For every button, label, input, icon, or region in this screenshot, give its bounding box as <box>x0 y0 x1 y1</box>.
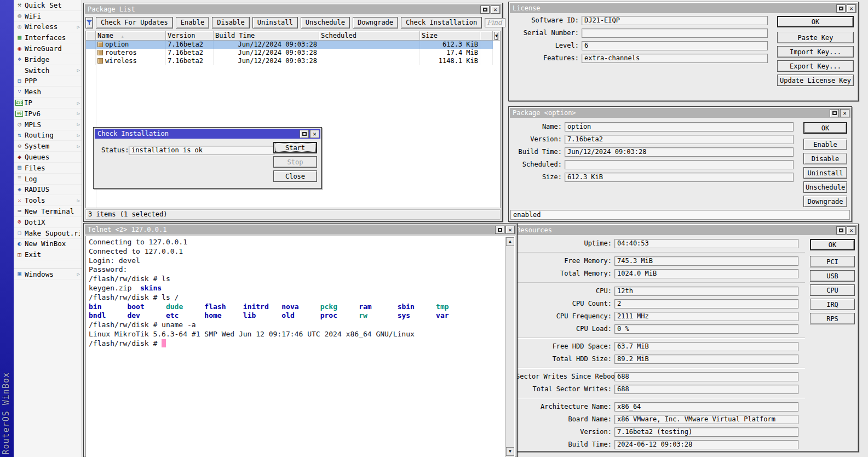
column-header-scheduled[interactable]: Scheduled <box>319 31 420 40</box>
start-button[interactable]: Start <box>273 142 317 153</box>
table-row-option[interactable]: option7.16beta2Jun/12/2024 09:03:28612.3… <box>86 41 493 49</box>
filter-button[interactable] <box>85 17 93 28</box>
sidebar-item-make-supout-rif[interactable]: ❏Make Supout.rif <box>14 228 82 239</box>
close-button[interactable]: ✕ <box>505 226 515 234</box>
sidebar-item-ip[interactable]: 255IP▷ <box>14 98 82 108</box>
sidebar-item-exit[interactable]: ◫Exit <box>14 249 82 260</box>
sidebar-item-radius[interactable]: ◈RADIUS <box>14 185 82 196</box>
unschedule-button[interactable]: Unschedule <box>803 181 847 193</box>
downgrade-button[interactable]: Downgrade <box>803 196 847 207</box>
sidebar-item-system[interactable]: ⚙System▷ <box>14 141 82 152</box>
uninstall-button[interactable]: Uninstall <box>803 167 847 179</box>
telnet-scrollbar[interactable]: ▲ ▼ <box>505 237 514 457</box>
close-button[interactable]: ✕ <box>310 130 319 138</box>
maximize-button[interactable] <box>480 5 490 14</box>
maximize-button[interactable] <box>836 4 846 13</box>
sector-writes-since-reboot-field[interactable]: 688 <box>614 372 798 381</box>
free-memory-field[interactable]: 745.3 MiB <box>614 256 798 266</box>
import-key-button[interactable]: Import Key... <box>777 46 854 58</box>
disable-button[interactable]: Disable <box>803 153 847 164</box>
board-name-field[interactable]: x86 VMware, Inc. VMware Virtual Platform <box>614 415 798 424</box>
uptime-field[interactable]: 04:40:53 <box>614 239 798 248</box>
scroll-down-icon[interactable]: ▼ <box>506 447 514 456</box>
version-field[interactable]: 7.16beta2 (testing) <box>614 427 798 437</box>
enable-button[interactable]: Enable <box>176 17 209 28</box>
sidebar-item-tools[interactable]: ⚔Tools▷ <box>14 195 82 206</box>
uninstall-button[interactable]: Uninstall <box>252 17 298 28</box>
total-sector-writes-field[interactable]: 688 <box>614 385 798 394</box>
total-hdd-size-field[interactable]: 89.2 MiB <box>614 355 798 364</box>
cpu-field[interactable]: 12th <box>614 287 798 296</box>
software-id-field[interactable]: DJ21-EIQP <box>582 16 768 25</box>
sidebar-item-new-winbox[interactable]: ◐New WinBox <box>14 239 82 250</box>
irq-button[interactable]: IRQ <box>810 299 855 310</box>
cpu-button[interactable]: CPU <box>810 284 855 296</box>
sidebar-item-mpls[interactable]: ◔MPLS▷ <box>14 119 82 130</box>
version-field[interactable]: 7.16beta2 <box>565 135 794 144</box>
close-button[interactable]: ✕ <box>840 109 849 117</box>
level-field[interactable]: 6 <box>582 41 768 50</box>
close-button[interactable]: ✕ <box>847 4 856 13</box>
sidebar-item-log[interactable]: ≣Log <box>14 174 82 185</box>
unschedule-button[interactable]: Unschedule <box>301 17 350 28</box>
column-header-name[interactable]: Name▵ <box>96 31 166 40</box>
table-row-routeros[interactable]: routeros7.16beta2Jun/12/2024 09:03:2817.… <box>86 49 493 57</box>
sidebar-item-wifi[interactable]: ◍WiFi <box>14 11 82 22</box>
build-time-field[interactable]: Jun/12/2024 09:03:28 <box>565 147 794 157</box>
sidebar-item-switch[interactable]: Switch▷ <box>14 65 82 76</box>
package-option-titlebar[interactable]: Package <option> ✕ <box>510 108 850 118</box>
package-list-titlebar[interactable]: Package List ✕ <box>85 4 501 14</box>
sidebar-item-quick-set[interactable]: ⚒Quick Set <box>14 0 82 11</box>
update-license-key-button[interactable]: Update License Key <box>777 75 854 86</box>
sidebar-item-files[interactable]: ▤Files <box>14 163 82 174</box>
stop-button[interactable]: Stop <box>273 156 317 168</box>
ok-button[interactable]: OK <box>810 239 855 250</box>
sidebar-item-new-terminal[interactable]: ⌨New Terminal <box>14 206 82 217</box>
sidebar-item-ppp[interactable]: ⊟PPP <box>14 76 82 87</box>
cpu-frequency-field[interactable]: 2111 MHz <box>614 312 798 321</box>
maximize-button[interactable] <box>495 226 504 234</box>
sidebar-item-mesh[interactable]: ∵Mesh <box>14 87 82 98</box>
column-header-version[interactable]: Version <box>166 31 214 40</box>
disable-button[interactable]: Disable <box>212 17 250 28</box>
close-button[interactable]: ✕ <box>847 226 856 235</box>
column-header-build-time[interactable]: Build Time <box>214 31 319 40</box>
find-input[interactable] <box>485 18 505 27</box>
total-memory-field[interactable]: 1024.0 MiB <box>614 269 798 278</box>
rps-button[interactable]: RPS <box>810 313 855 324</box>
check-for-updates-button[interactable]: Check For Updates <box>96 17 173 28</box>
sidebar-item-queues[interactable]: ◆Queues <box>14 152 82 163</box>
scroll-up-icon[interactable]: ▲ <box>506 237 514 246</box>
size-field[interactable]: 612.3 KiB <box>565 173 794 182</box>
close-button[interactable]: ✕ <box>491 5 500 14</box>
column-menu-button[interactable]: ▼ <box>495 32 498 40</box>
resources-titlebar[interactable]: Resources ✕ <box>514 225 857 235</box>
check-installation-titlebar[interactable]: Check Installation ✕ <box>95 129 320 139</box>
name-field[interactable]: option <box>565 122 794 132</box>
maximize-button[interactable] <box>300 130 309 138</box>
pci-button[interactable]: PCI <box>810 256 855 267</box>
sidebar-item-wireguard[interactable]: ◉WireGuard <box>14 43 82 54</box>
license-titlebar[interactable]: License ✕ <box>510 3 857 13</box>
enable-button[interactable]: Enable <box>803 139 847 150</box>
usb-button[interactable]: USB <box>810 270 855 282</box>
cpu-load-field[interactable]: 0 % <box>614 324 798 334</box>
sidebar-item-dot1x[interactable]: ⊗Dot1X <box>14 217 82 228</box>
maximize-button[interactable] <box>836 226 846 235</box>
serial-number-field[interactable] <box>582 28 768 38</box>
sidebar-item-interfaces[interactable]: ▦Interfaces <box>14 32 82 43</box>
sidebar-item-routing[interactable]: ⇅Routing▷ <box>14 130 82 141</box>
table-row-wireless[interactable]: wireless7.16beta2Jun/12/2024 09:03:28114… <box>86 57 493 65</box>
telnet-titlebar[interactable]: Telnet <2> 127.0.0.1 ✕ <box>85 225 516 235</box>
cpu-count-field[interactable]: 2 <box>614 299 798 309</box>
free-hdd-space-field[interactable]: 63.7 MiB <box>614 342 798 351</box>
sidebar-item-windows[interactable]: ▣Windows▷ <box>14 269 82 279</box>
architecture-name-field[interactable]: x86_64 <box>614 402 798 412</box>
sidebar-item-bridge[interactable]: ❖Bridge <box>14 54 82 65</box>
terminal-output[interactable]: Connecting to 127.0.0.1Connected to 127.… <box>89 238 503 457</box>
downgrade-button[interactable]: Downgrade <box>353 17 398 28</box>
build-time-field[interactable]: 2024-06-12 09:03:28 <box>614 440 798 449</box>
close-button-dialog[interactable]: Close <box>273 170 317 182</box>
ok-button[interactable]: OK <box>777 16 854 27</box>
ok-button[interactable]: OK <box>803 122 847 134</box>
